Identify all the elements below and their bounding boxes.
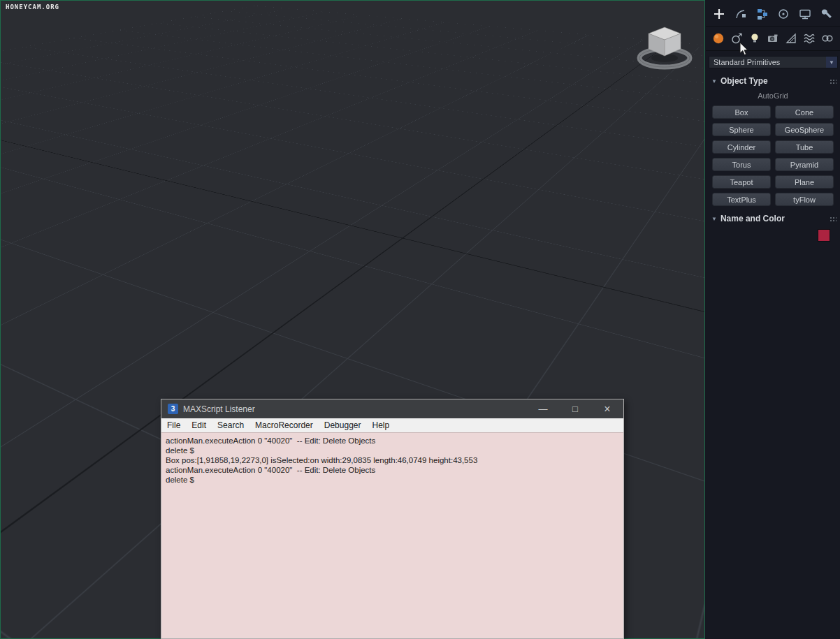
cylinder-button[interactable]: Cylinder — [712, 140, 771, 154]
chevron-down-icon[interactable]: ▼ — [826, 57, 837, 68]
minimize-button[interactable]: — — [527, 399, 559, 418]
viewcube-navigation[interactable] — [632, 16, 697, 80]
tube-button[interactable]: Tube — [775, 140, 834, 154]
create-category-row — [706, 27, 840, 51]
teapot-button[interactable]: Teapot — [712, 175, 771, 189]
collapse-arrow-icon: ▼ — [711, 216, 717, 222]
menu-edit[interactable]: Edit — [186, 418, 212, 433]
helpers-category-icon[interactable] — [783, 31, 799, 46]
rollout-grip-icon — [829, 216, 837, 222]
dropdown-selected-value: Standard Primitives — [709, 58, 826, 66]
cameras-category-icon[interactable] — [765, 31, 781, 46]
output-line: delete $ — [166, 446, 619, 455]
menu-search[interactable]: Search — [212, 418, 249, 433]
listener-output-area[interactable]: actionMan.executeAction 0 "40020" -- Edi… — [161, 433, 623, 638]
display-tab-icon[interactable] — [797, 6, 813, 22]
hierarchy-tab-icon[interactable] — [755, 6, 770, 22]
motion-tab-icon[interactable] — [776, 6, 791, 22]
create-tab-icon[interactable] — [711, 6, 727, 22]
geometry-category-icon[interactable] — [711, 31, 726, 46]
shapes-category-icon[interactable] — [729, 31, 744, 46]
systems-category-icon[interactable] — [820, 31, 835, 46]
window-controls: — □ × — [527, 399, 623, 418]
output-line: actionMan.executeAction 0 "40020" -- Edi… — [166, 436, 619, 446]
plane-button[interactable]: Plane — [775, 175, 834, 189]
maxscript-listener-window: 3 MAXScript Listener — □ × File Edit Sea… — [161, 399, 624, 639]
command-panel: Standard Primitives ▼ ▼ Object Type Auto… — [706, 0, 840, 639]
maximize-button[interactable]: □ — [559, 399, 591, 418]
collapse-arrow-icon: ▼ — [711, 78, 717, 85]
listener-menubar: File Edit Search MacroRecorder Debugger … — [161, 418, 623, 433]
name-and-color-rollout-header[interactable]: ▼ Name and Color — [706, 212, 840, 225]
name-and-color-body — [706, 225, 840, 242]
3dsmax-app: HONEYCAM.ORG — [0, 0, 840, 639]
geosphere-button[interactable]: GeoSphere — [775, 123, 834, 136]
textplus-button[interactable]: TextPlus — [712, 193, 771, 206]
output-line: Box pos:[1,91858,19,2273,0] isSelected:o… — [166, 455, 619, 465]
command-panel-tabs — [706, 0, 840, 27]
utilities-tab-icon[interactable] — [819, 6, 834, 22]
object-type-button-grid: Box Cone Sphere GeoSphere Cylinder Tube … — [706, 105, 840, 206]
rollout-grip-icon — [829, 78, 837, 85]
torus-button[interactable]: Torus — [712, 158, 771, 171]
primitive-category-dropdown[interactable]: Standard Primitives ▼ — [709, 56, 838, 68]
menu-debugger[interactable]: Debugger — [319, 418, 367, 433]
rollout-title: Object Type — [720, 76, 768, 86]
watermark-text: HONEYCAM.ORG — [6, 3, 59, 10]
output-line: delete $ — [166, 475, 619, 485]
tyflow-button[interactable]: tyFlow — [775, 193, 834, 206]
window-title: MAXScript Listener — [183, 404, 527, 414]
object-type-rollout-header[interactable]: ▼ Object Type — [706, 75, 840, 87]
menu-macrorecorder[interactable]: MacroRecorder — [249, 418, 319, 433]
window-titlebar[interactable]: 3 MAXScript Listener — □ × — [161, 399, 623, 418]
space-warps-category-icon[interactable] — [802, 31, 817, 46]
object-color-swatch[interactable] — [818, 229, 830, 242]
sphere-button[interactable]: Sphere — [712, 123, 771, 136]
autogrid-toggle[interactable]: AutoGrid — [706, 91, 840, 100]
cone-button[interactable]: Cone — [775, 105, 834, 119]
box-button[interactable]: Box — [712, 105, 771, 119]
menu-file[interactable]: File — [161, 418, 186, 433]
lights-category-icon[interactable] — [747, 31, 762, 46]
output-line: actionMan.executeAction 0 "40020" -- Edi… — [166, 465, 619, 475]
maxscript-app-icon: 3 — [168, 404, 178, 414]
menu-help[interactable]: Help — [366, 418, 395, 433]
close-button[interactable]: × — [591, 399, 623, 418]
modify-tab-icon[interactable] — [733, 6, 748, 22]
rollout-title: Name and Color — [720, 214, 785, 223]
pyramid-button[interactable]: Pyramid — [775, 158, 834, 171]
